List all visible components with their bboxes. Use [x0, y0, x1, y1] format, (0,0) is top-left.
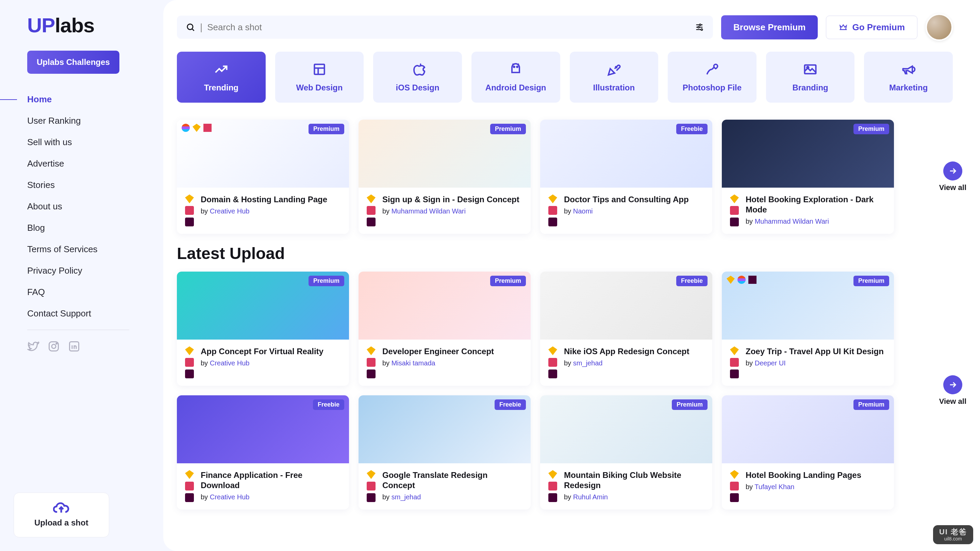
shot-card[interactable]: Freebie Finance Application - Free Downl… [177, 395, 349, 510]
shot-author-link[interactable]: Naomi [573, 207, 593, 215]
xd-icon [548, 493, 557, 502]
filter-settings-icon[interactable] [695, 22, 704, 32]
premium-badge: Premium [490, 276, 526, 286]
shot-author-link[interactable]: Ruhul Amin [573, 493, 608, 501]
category-ios-design[interactable]: iOS Design [373, 52, 462, 103]
shot-author-link[interactable]: Deeper UI [755, 359, 786, 367]
invision-icon [548, 358, 557, 367]
nav-link[interactable]: FAQ [27, 287, 45, 297]
twitter-icon[interactable] [27, 340, 40, 353]
instagram-icon[interactable] [48, 340, 60, 353]
nav-link[interactable]: Home [27, 94, 52, 104]
category-branding[interactable]: Branding [766, 52, 855, 103]
category-marketing[interactable]: Marketing [864, 52, 953, 103]
nav-link[interactable]: About us [27, 201, 62, 211]
view-all-trending[interactable]: View all [939, 162, 966, 192]
premium-badge: Premium [672, 399, 708, 410]
nav-link[interactable]: Contact Support [27, 308, 91, 319]
challenges-button[interactable]: Uplabs Challenges [27, 51, 119, 74]
tool-icon-stack [548, 194, 557, 226]
view-all-latest[interactable]: View all [939, 375, 966, 406]
search-input[interactable] [207, 22, 695, 33]
nav-item-blog[interactable]: Blog [27, 222, 163, 233]
shot-thumbnail: Freebie [540, 120, 712, 187]
logo-part-up: UP [27, 14, 55, 37]
sidebar: UPlabs Uplabs Challenges HomeUser Rankin… [0, 0, 163, 551]
tool-icon-stack [730, 346, 739, 378]
freebie-badge: Freebie [676, 276, 708, 286]
go-premium-button[interactable]: Go Premium [826, 16, 917, 39]
figma-icon [181, 124, 190, 132]
invision-icon [185, 482, 194, 491]
nav-item-privacy-policy[interactable]: Privacy Policy [27, 265, 163, 276]
shot-author-link[interactable]: Misaki tamada [391, 359, 435, 367]
nav-divider [27, 330, 129, 330]
nav-item-about-us[interactable]: About us [27, 201, 163, 212]
shot-card[interactable]: Freebie Doctor Tips and Consulting App b… [540, 120, 712, 234]
invision-icon [548, 482, 557, 491]
category-web-design[interactable]: Web Design [275, 52, 364, 103]
shot-author-link[interactable]: Tufayel Khan [754, 483, 794, 491]
nav-item-faq[interactable]: FAQ [27, 287, 163, 297]
logo[interactable]: UPlabs [27, 14, 163, 37]
category-illustration[interactable]: Illustration [570, 52, 659, 103]
nav-item-home[interactable]: Home [27, 94, 163, 105]
invision-icon [730, 206, 739, 215]
shot-author-link[interactable]: Creative Hub [210, 359, 250, 367]
nav-item-stories[interactable]: Stories [27, 180, 163, 191]
browse-premium-button[interactable]: Browse Premium [721, 15, 818, 40]
shot-card[interactable]: Premium Domain & Hosting Landing Page by… [177, 120, 349, 234]
shot-author-link[interactable]: Creative Hub [210, 493, 250, 501]
shot-author-line: by Creative Hub [201, 493, 341, 501]
nav-item-advertise[interactable]: Advertise [27, 159, 163, 169]
shot-card[interactable]: Premium Hotel Booking Landing Pages by T… [722, 395, 894, 510]
xd-icon [730, 218, 739, 226]
linkedin-icon[interactable] [68, 340, 80, 353]
category-label: Trending [204, 83, 239, 92]
nav-item-contact-support[interactable]: Contact Support [27, 308, 163, 319]
nav-item-user-ranking[interactable]: User Ranking [27, 116, 163, 126]
nav-link[interactable]: Privacy Policy [27, 265, 82, 276]
category-photoshop-file[interactable]: Photoshop File [668, 52, 757, 103]
category-android-design[interactable]: Android Design [471, 52, 560, 103]
view-all-label: View all [939, 183, 966, 192]
search-box[interactable]: | [177, 16, 713, 39]
shot-author-link[interactable]: Muhammad Wildan Wari [391, 207, 466, 215]
shot-author-line: by Creative Hub [201, 359, 341, 367]
nav-link[interactable]: Advertise [27, 159, 64, 168]
user-avatar[interactable] [926, 14, 953, 41]
nav-link[interactable]: User Ranking [27, 116, 81, 126]
shot-card[interactable]: Freebie Nike iOS App Redesign Concept by… [540, 272, 712, 386]
main-area: | Browse Premium Go Premium TrendingWeb … [163, 0, 980, 551]
nav-link[interactable]: Terms of Services [27, 244, 98, 254]
upload-shot-button[interactable]: Upload a shot [14, 492, 109, 537]
shot-card[interactable]: Premium Mountain Biking Club Website Red… [540, 395, 712, 510]
svg-point-2 [56, 343, 57, 344]
nav-link[interactable]: Blog [27, 222, 45, 233]
premium-badge: Premium [490, 124, 526, 134]
invision-icon [367, 358, 375, 367]
shot-author-link[interactable]: sm_jehad [391, 493, 421, 501]
shot-author-link[interactable]: Creative Hub [210, 207, 250, 215]
shot-card[interactable]: Premium Zoey Trip - Travel App UI Kit De… [722, 272, 894, 386]
shot-card[interactable]: Premium App Concept For Virtual Reality … [177, 272, 349, 386]
card-body: Finance Application - Free Download by C… [177, 463, 349, 510]
shot-author-link[interactable]: sm_jehad [573, 359, 603, 367]
nav-item-terms-of-services[interactable]: Terms of Services [27, 244, 163, 255]
nav-link[interactable]: Sell with us [27, 137, 72, 147]
shot-card[interactable]: Freebie Google Translate Redesign Concep… [358, 395, 531, 510]
nav-item-sell-with-us[interactable]: Sell with us [27, 137, 163, 148]
category-trending[interactable]: Trending [177, 52, 266, 103]
svg-point-9 [514, 66, 515, 67]
shot-card[interactable]: Premium Developer Engineer Concept by Mi… [358, 272, 531, 386]
shot-author-link[interactable]: Muhammad Wildan Wari [755, 218, 829, 225]
shot-title: Finance Application - Free Download [201, 470, 341, 491]
logo-part-labs: labs [55, 14, 94, 37]
watermark: UI 老爸 uil8.com [933, 525, 973, 544]
illustration-icon [606, 62, 622, 77]
shot-card[interactable]: Premium Hotel Booking Exploration - Dark… [722, 120, 894, 234]
shot-card[interactable]: Premium Sign up & Sign in - Design Conce… [358, 120, 531, 234]
topbar: | Browse Premium Go Premium [177, 14, 980, 41]
nav-link[interactable]: Stories [27, 180, 55, 190]
shot-title: Google Translate Redesign Concept [382, 470, 522, 491]
